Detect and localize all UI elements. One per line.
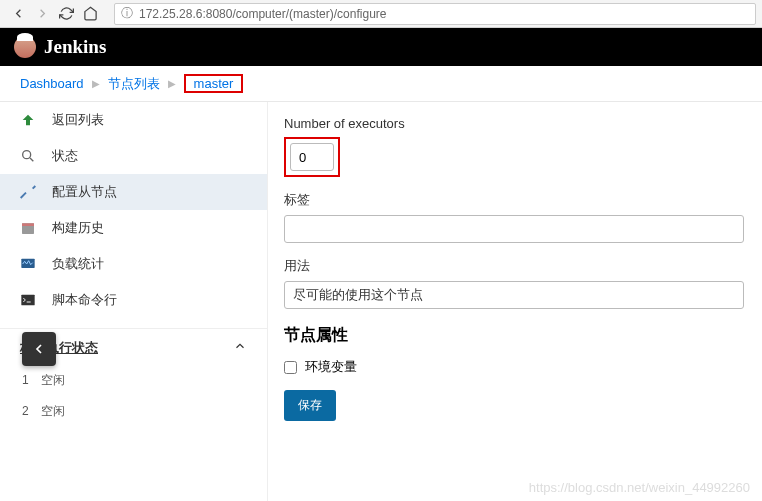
sidebar-item-status[interactable]: 状态 (0, 138, 267, 174)
jenkins-header: Jenkins (0, 28, 762, 66)
terminal-icon (20, 292, 40, 308)
breadcrumb: Dashboard ▶ 节点列表 ▶ master (0, 66, 762, 102)
sidebar-item-load[interactable]: 负载统计 (0, 246, 267, 282)
browser-chrome: ⓘ 172.25.28.6:8080/computer/(master)/con… (0, 0, 762, 28)
config-form: Number of executors 标签 用法 尽可能的使用这个节点 节点属… (268, 102, 762, 501)
env-checkbox-label: 环境变量 (305, 358, 357, 376)
sidebar: 返回列表 状态 配置从节点 构建历史 负载统计 脚本命令行 构建执行状态 1 空… (0, 102, 268, 501)
usage-select[interactable]: 尽可能的使用这个节点 (284, 281, 744, 309)
labels-label: 标签 (284, 191, 762, 209)
sidebar-item-label: 脚本命令行 (52, 291, 117, 309)
env-checkbox[interactable] (284, 361, 297, 374)
sidebar-item-configure[interactable]: 配置从节点 (0, 174, 267, 210)
collapse-button[interactable] (22, 332, 56, 366)
url-text: 172.25.28.6:8080/computer/(master)/confi… (139, 7, 386, 21)
sidebar-item-label: 返回列表 (52, 111, 104, 129)
svg-point-0 (23, 151, 31, 159)
reload-icon[interactable] (54, 2, 78, 26)
forward-icon[interactable] (30, 2, 54, 26)
crumb-nodes[interactable]: 节点列表 (108, 75, 160, 93)
sidebar-item-label: 配置从节点 (52, 183, 117, 201)
sidebar-item-history[interactable]: 构建历史 (0, 210, 267, 246)
sidebar-item-label: 状态 (52, 147, 78, 165)
sidebar-item-label: 构建历史 (52, 219, 104, 237)
section-heading: 节点属性 (284, 325, 762, 346)
crumb-dashboard[interactable]: Dashboard (20, 76, 84, 91)
chevron-right-icon: ▶ (168, 78, 176, 89)
watermark: https://blog.csdn.net/weixin_44992260 (529, 480, 750, 495)
arrow-up-icon (20, 112, 40, 128)
back-icon[interactable] (6, 2, 30, 26)
sidebar-item-script[interactable]: 脚本命令行 (0, 282, 267, 318)
executors-input[interactable] (290, 143, 334, 171)
monitor-icon (20, 256, 40, 272)
svg-rect-2 (22, 223, 34, 226)
env-checkbox-row[interactable]: 环境变量 (284, 358, 762, 376)
tools-icon (20, 184, 40, 200)
sidebar-item-label: 负载统计 (52, 255, 104, 273)
sidebar-item-back[interactable]: 返回列表 (0, 102, 267, 138)
crumb-master[interactable]: master (186, 74, 242, 93)
info-icon: ⓘ (121, 5, 133, 22)
executor-row: 1 空闲 (0, 365, 267, 396)
home-icon[interactable] (78, 2, 102, 26)
svg-rect-4 (21, 295, 34, 306)
executors-label: Number of executors (284, 116, 762, 131)
chevron-up-icon (233, 339, 247, 357)
save-button[interactable]: 保存 (284, 390, 336, 421)
brand-text: Jenkins (44, 36, 106, 58)
url-bar[interactable]: ⓘ 172.25.28.6:8080/computer/(master)/con… (114, 3, 756, 25)
labels-input[interactable] (284, 215, 744, 243)
usage-label: 用法 (284, 257, 762, 275)
executor-row: 2 空闲 (0, 396, 267, 427)
calendar-icon (20, 220, 40, 236)
search-icon (20, 148, 40, 164)
chevron-right-icon: ▶ (92, 78, 100, 89)
jenkins-logo-icon (14, 36, 36, 58)
